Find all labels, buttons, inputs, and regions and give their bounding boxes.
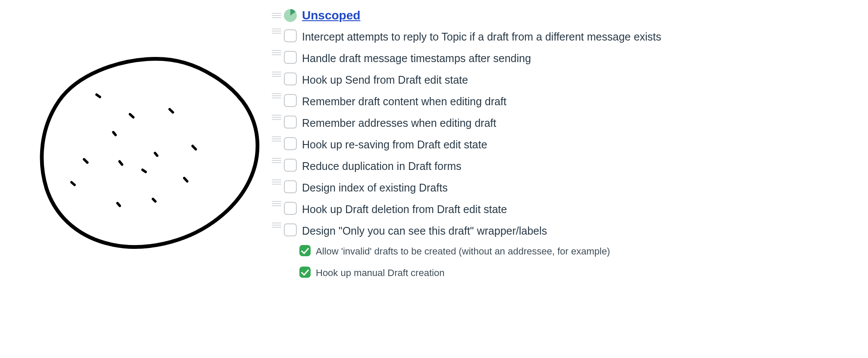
task-checkbox[interactable] bbox=[284, 51, 297, 64]
svg-line-7 bbox=[153, 199, 156, 201]
task-row: Hook up Draft deletion from Draft edit s… bbox=[272, 199, 851, 221]
svg-line-6 bbox=[117, 203, 120, 206]
potato-blob-sketch bbox=[17, 22, 276, 280]
drag-handle-icon[interactable] bbox=[272, 13, 281, 18]
task-text: Hook up re-saving from Draft edit state bbox=[302, 136, 487, 152]
drag-handle-icon[interactable] bbox=[272, 115, 281, 120]
task-checkbox[interactable] bbox=[284, 94, 297, 107]
svg-line-9 bbox=[155, 153, 157, 156]
task-checkbox[interactable] bbox=[284, 223, 297, 236]
svg-line-10 bbox=[170, 109, 173, 112]
svg-line-5 bbox=[72, 182, 75, 185]
task-text: Hook up manual Draft creation bbox=[316, 266, 444, 279]
drag-handle-icon[interactable] bbox=[272, 50, 281, 55]
task-text: Handle draft message timestamps after se… bbox=[302, 50, 531, 66]
task-checkbox[interactable] bbox=[299, 245, 311, 256]
task-row: Hook up re-saving from Draft edit state bbox=[272, 135, 851, 156]
task-text: Reduce duplication in Draft forms bbox=[302, 158, 462, 174]
task-row: Design index of existing Drafts bbox=[272, 178, 851, 199]
progress-pie-icon bbox=[284, 9, 297, 22]
task-row: Intercept attempts to reply to Topic if … bbox=[272, 27, 851, 48]
task-text: Remember draft content when editing draf… bbox=[302, 93, 506, 109]
svg-line-4 bbox=[84, 159, 88, 162]
task-checkbox[interactable] bbox=[284, 159, 297, 172]
task-checkbox[interactable] bbox=[284, 72, 297, 85]
tasks-container: Intercept attempts to reply to Topic if … bbox=[272, 27, 851, 286]
section-title-link[interactable]: Unscoped bbox=[302, 9, 360, 22]
drag-handle-icon[interactable] bbox=[272, 201, 281, 206]
svg-line-3 bbox=[120, 161, 122, 164]
list-header: Unscoped bbox=[272, 9, 851, 22]
task-checkbox[interactable] bbox=[299, 267, 311, 278]
svg-line-8 bbox=[184, 178, 187, 181]
task-row: Allow 'invalid' drafts to be created (wi… bbox=[272, 242, 851, 264]
drag-handle-icon[interactable] bbox=[272, 179, 281, 185]
svg-line-2 bbox=[130, 114, 133, 117]
task-row: Remember draft content when editing draf… bbox=[272, 91, 851, 113]
task-row: Reduce duplication in Draft forms bbox=[272, 156, 851, 178]
drag-handle-icon[interactable] bbox=[272, 158, 281, 163]
task-row: Design "Only you can see this draft" wra… bbox=[272, 221, 851, 242]
task-checkbox[interactable] bbox=[284, 29, 297, 42]
drag-handle-icon[interactable] bbox=[272, 72, 281, 77]
svg-line-0 bbox=[97, 94, 100, 97]
task-text: Design index of existing Drafts bbox=[302, 179, 448, 195]
task-text: Intercept attempts to reply to Topic if … bbox=[302, 28, 661, 44]
task-text: Hook up Draft deletion from Draft edit s… bbox=[302, 201, 507, 217]
svg-line-1 bbox=[113, 132, 116, 135]
svg-line-12 bbox=[142, 170, 145, 172]
task-row: Remember addresses when editing draft bbox=[272, 113, 851, 135]
task-list-panel: Unscoped Intercept attempts to reply to … bbox=[272, 9, 868, 286]
drag-handle-icon[interactable] bbox=[272, 93, 281, 98]
drag-handle-icon[interactable] bbox=[272, 28, 281, 34]
task-text: Remember addresses when editing draft bbox=[302, 115, 496, 131]
task-checkbox[interactable] bbox=[284, 116, 297, 129]
task-checkbox[interactable] bbox=[284, 137, 297, 150]
task-row: Hook up Send from Draft edit state bbox=[272, 70, 851, 91]
task-text: Allow 'invalid' drafts to be created (wi… bbox=[316, 244, 610, 258]
drag-handle-icon[interactable] bbox=[272, 223, 281, 228]
task-row: Hook up manual Draft creation bbox=[272, 264, 851, 286]
drag-handle-icon[interactable] bbox=[272, 136, 281, 141]
task-text: Hook up Send from Draft edit state bbox=[302, 72, 468, 88]
task-text: Design "Only you can see this draft" wra… bbox=[302, 223, 547, 239]
task-row: Handle draft message timestamps after se… bbox=[272, 48, 851, 70]
task-checkbox[interactable] bbox=[284, 202, 297, 215]
illustration-panel bbox=[0, 9, 272, 283]
task-checkbox[interactable] bbox=[284, 180, 297, 193]
svg-line-11 bbox=[192, 146, 195, 149]
